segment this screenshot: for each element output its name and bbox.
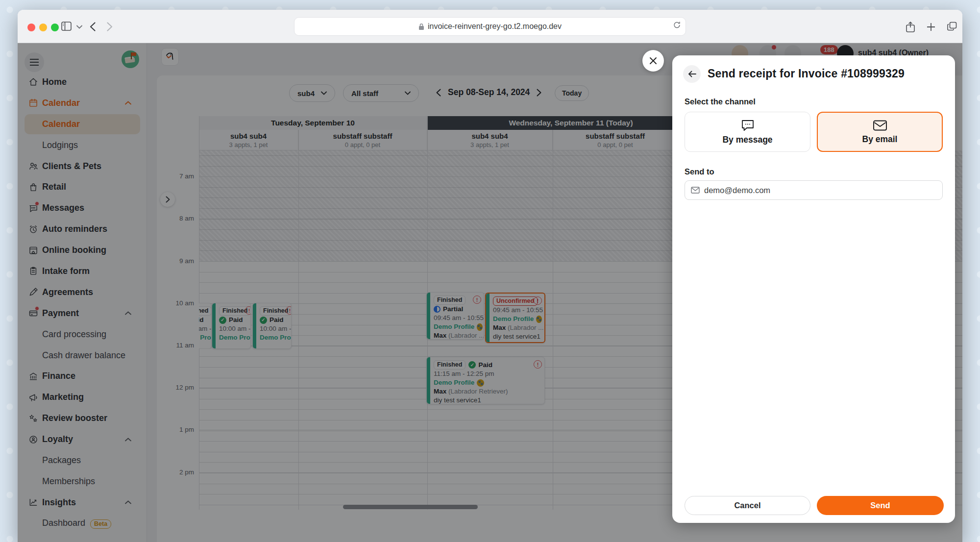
minimize-window-button[interactable] [39, 24, 47, 31]
channel-section-label: Select the channel [685, 97, 756, 106]
forward-button[interactable] [107, 22, 113, 31]
send-receipt-dialog: Send receipt for Invoice #108999329 Sele… [672, 55, 955, 523]
toolbar-chevron-down-icon[interactable] [76, 25, 82, 29]
sidebar-toggle-icon[interactable] [61, 22, 72, 31]
tab-overview-icon[interactable] [947, 22, 957, 31]
message-icon [741, 119, 755, 132]
url-text: invoice-reinvent-grey-go.t2.moego.dev [428, 22, 562, 31]
dialog-title: Send receipt for Invoice #108999329 [708, 67, 905, 80]
send-to-label: Send to [685, 167, 714, 176]
channel-by-email-selected[interactable]: By email [817, 112, 943, 152]
reload-icon[interactable] [673, 21, 681, 29]
back-button[interactable] [90, 22, 96, 31]
new-tab-icon[interactable] [927, 23, 935, 31]
email-input-wrapper [685, 180, 943, 200]
desktop: invoice-reinvent-grey-go.t2.moego.dev [0, 0, 980, 542]
browser-window: invoice-reinvent-grey-go.t2.moego.dev [18, 10, 962, 542]
close-window-button[interactable] [27, 24, 35, 31]
cancel-button[interactable]: Cancel [685, 496, 810, 515]
close-dialog-button[interactable] [642, 50, 664, 72]
email-input[interactable] [704, 186, 936, 195]
browser-titlebar: invoice-reinvent-grey-go.t2.moego.dev [18, 10, 962, 43]
send-button[interactable]: Send [817, 496, 944, 515]
share-icon[interactable] [906, 22, 915, 32]
back-button[interactable] [683, 65, 701, 83]
envelope-icon [691, 187, 700, 194]
zoom-window-button[interactable] [51, 24, 59, 31]
page-content: Home Calendar Calendar Lodgings [18, 43, 962, 542]
lock-icon [418, 23, 424, 30]
address-bar[interactable]: invoice-reinvent-grey-go.t2.moego.dev [294, 17, 686, 36]
channel-by-message[interactable]: By message [685, 112, 810, 152]
email-icon [873, 120, 887, 131]
